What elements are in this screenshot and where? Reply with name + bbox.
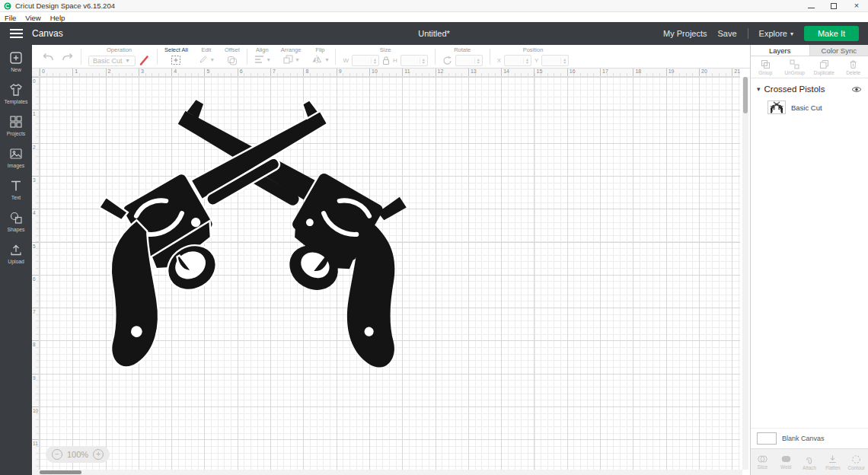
position-y-input[interactable]: ▲▼ [541, 55, 569, 66]
layer-group-row[interactable]: ▾ Crossed Pistols [751, 78, 868, 98]
height-input[interactable]: ▲▼ [400, 55, 428, 66]
rotate-input[interactable]: ▲▼ [455, 55, 483, 66]
explore-menu[interactable]: Explore▾ [759, 29, 793, 38]
toolbar-divider [157, 49, 158, 65]
contour-button[interactable]: Contour [844, 454, 868, 470]
app-logo-icon [4, 2, 11, 10]
attach-button[interactable]: Attach [798, 454, 822, 470]
duplicate-button[interactable]: Duplicate [809, 59, 839, 75]
sidebar-item-templates[interactable]: Templates [5, 82, 28, 104]
group-icon [761, 59, 771, 69]
blank-canvas-label: Blank Canvas [782, 435, 825, 442]
save-link[interactable]: Save [718, 29, 737, 38]
visibility-eye-icon[interactable] [851, 86, 862, 93]
maximize-button[interactable] [822, 0, 845, 11]
sidebar-item-images[interactable]: Images [8, 146, 24, 168]
sidebar-item-upload[interactable]: Upload [8, 242, 24, 264]
toolbar-divider [490, 49, 490, 65]
offset-icon [227, 56, 238, 65]
window-title: Cricut Design Space v6.15.204 [15, 2, 115, 10]
my-projects-link[interactable]: My Projects [663, 29, 707, 38]
projects-icon [8, 114, 24, 129]
select-all-button[interactable]: Select All [159, 46, 193, 67]
flip-menu[interactable]: Flip ▾ [306, 46, 333, 67]
contour-icon [850, 454, 862, 464]
delete-button[interactable]: Delete [839, 59, 868, 75]
left-sidebar: New Templates Projects Images Text Shape… [0, 45, 32, 475]
flatten-button[interactable]: Flatten [821, 454, 844, 470]
toolbar-divider [81, 49, 81, 65]
zoom-control: − 100% + [46, 446, 110, 463]
stepper-icon[interactable]: ▲▼ [371, 58, 378, 64]
arrange-menu[interactable]: Arrange ▾ [276, 46, 307, 67]
layers-panel: Layers Color Sync Group UnGroup Duplicat… [750, 45, 868, 475]
tab-layers[interactable]: Layers [751, 45, 809, 56]
rotate-group: Rotate ▲▼ [437, 46, 488, 67]
blank-canvas-row[interactable]: Blank Canvas [751, 428, 868, 448]
undo-icon[interactable] [41, 52, 54, 62]
title-bar: Cricut Design Space v6.15.204 × [0, 0, 868, 12]
weld-button[interactable]: Weld [774, 454, 798, 470]
scrollbar-thumb[interactable] [743, 77, 748, 113]
canvas-color-swatch[interactable] [757, 432, 777, 445]
menu-view[interactable]: View [25, 14, 40, 22]
crossed-pistols-artwork[interactable] [70, 77, 436, 381]
rotate-icon [442, 56, 452, 65]
redo-icon[interactable] [62, 52, 75, 62]
layer-row-basic-cut[interactable]: Basic Cut [751, 98, 868, 116]
scrollbar-thumb[interactable] [40, 470, 81, 474]
flatten-icon [827, 454, 838, 464]
menu-file[interactable]: File [5, 14, 16, 22]
chevron-down-icon: ▾ [296, 56, 299, 63]
select-all-icon [171, 55, 181, 65]
stepper-icon[interactable]: ▲▼ [523, 58, 531, 64]
group-button[interactable]: Group [751, 59, 780, 75]
ungroup-button[interactable]: UnGroup [780, 59, 810, 75]
design-canvas[interactable]: − 100% + [40, 77, 740, 475]
chevron-down-icon[interactable]: ▾ [757, 85, 761, 93]
sidebar-item-text[interactable]: Text [8, 178, 24, 200]
horizontal-scrollbar[interactable] [32, 470, 742, 475]
minimize-icon [808, 8, 815, 8]
sidebar-item-shapes[interactable]: Shapes [7, 210, 24, 232]
zoom-in-button[interactable]: + [93, 449, 104, 460]
vertical-scrollbar[interactable] [742, 77, 748, 470]
width-input[interactable]: ▲▼ [352, 55, 379, 66]
minimize-button[interactable] [799, 0, 822, 11]
main-menu-button[interactable] [0, 22, 32, 45]
sidebar-item-new[interactable]: New [8, 50, 24, 72]
align-menu[interactable]: Align ▾ [249, 46, 276, 67]
ruler-vertical: 01234567891011 [32, 77, 40, 475]
toolbar-divider [335, 49, 336, 65]
attach-icon [803, 454, 815, 464]
slice-button[interactable]: Slice [751, 454, 774, 470]
tab-color-sync[interactable]: Color Sync [809, 45, 868, 56]
weld-icon [780, 454, 792, 464]
position-x-input[interactable]: ▲▼ [504, 55, 531, 66]
operation-dropdown[interactable]: Basic Cut▾ [88, 56, 136, 66]
chevron-down-icon: ▾ [325, 56, 328, 63]
edit-toolbar: Operation Basic Cut▾ Select All Edit ▾ O… [32, 45, 750, 69]
lock-icon[interactable] [382, 56, 390, 65]
zoom-out-button[interactable]: − [52, 449, 62, 460]
new-icon [8, 50, 24, 65]
upload-icon [8, 242, 24, 257]
chevron-down-icon: ▾ [267, 56, 270, 63]
edit-menu[interactable]: Edit ▾ [193, 46, 219, 67]
text-icon [8, 178, 24, 193]
chevron-down-icon: ▾ [211, 56, 214, 63]
stepper-icon[interactable]: ▲▼ [420, 58, 427, 64]
ungroup-icon [790, 59, 799, 69]
stepper-icon[interactable]: ▲▼ [474, 58, 482, 64]
menu-help[interactable]: Help [50, 14, 65, 22]
stepper-icon[interactable]: ▲▼ [560, 58, 568, 64]
sidebar-item-projects[interactable]: Projects [7, 114, 26, 136]
close-button[interactable]: × [845, 0, 868, 11]
layer-group-title: Crossed Pistols [764, 84, 825, 94]
operation-color-swatch[interactable] [139, 55, 150, 66]
make-it-button[interactable]: Make It [804, 26, 859, 41]
document-title[interactable]: Untitled* [418, 29, 450, 38]
shapes-icon [8, 210, 24, 225]
offset-button[interactable]: Offset [219, 46, 245, 67]
duplicate-icon [819, 59, 829, 69]
